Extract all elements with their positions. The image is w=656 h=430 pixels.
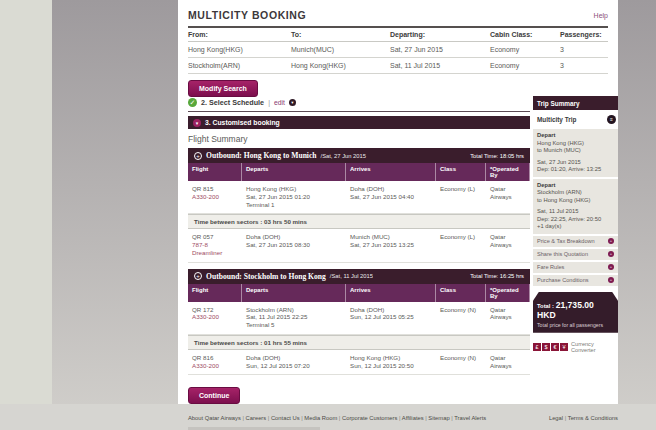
link-label: Purchase Conditions: [537, 277, 589, 283]
cell-from: Stockholm(ARN): [188, 58, 291, 74]
share-icon: +: [608, 251, 614, 257]
column-header-from: From:: [188, 28, 291, 42]
expand-icon: +: [608, 277, 614, 283]
departs-cell: Hong Kong (HKG) Sat, 27 Jun 2015 01:20 T…: [242, 181, 346, 214]
total-note: Total price for all passengers: [537, 322, 614, 328]
total-time: Total Time: 18:05 hrs: [470, 153, 524, 159]
cell-from: Hong Kong(HKG): [188, 42, 291, 58]
footer-link[interactable]: Legal: [549, 415, 568, 421]
check-icon: ✓: [188, 98, 197, 107]
column-header-cabin: Cabin Class:: [490, 28, 560, 42]
search-summary-row: Hong Kong(HKG) Munich(MUC) Sat, 27 Jun 2…: [188, 42, 608, 58]
currency-converter[interactable]: £ $ € ¥ Currency Converter: [533, 341, 618, 354]
segment-to: to Munich (MUC): [537, 147, 614, 155]
cell-departing: Sat, 11 Jul 2015: [390, 58, 490, 74]
arrives-cell: Doha (DOH) Sun, 12 Jul 2015 05:25: [346, 302, 436, 335]
segment-label: Depart: [537, 182, 614, 190]
page-title: MULTICITY BOOKING: [188, 9, 306, 21]
footer-link[interactable]: Contact Us: [271, 415, 304, 421]
arrives-cell: Hong Kong (HKG) Sun, 12 Jul 2015 20:50: [346, 350, 436, 376]
cell-cabin: Economy: [490, 42, 560, 58]
search-summary-row: Stockholm(ARN) Hong Kong(HKG) Sat, 11 Ju…: [188, 58, 608, 74]
arrives-cell: Doha (DOH) Sat, 27 Jun 2015 04:40: [346, 181, 436, 214]
footer: About Qatar Airways Careers Contact Us M…: [0, 404, 656, 430]
flight-number: QR 172: [192, 306, 213, 313]
step-select-schedule: ✓ 2. Select Schedule | edit ▾: [188, 98, 530, 112]
column-header-arrives: Arrives: [346, 284, 436, 302]
segment-label: Depart: [537, 132, 614, 140]
step-customised-booking-bar[interactable]: ▾ 3. Customised booking: [188, 116, 530, 129]
footer-link[interactable]: Media Room: [304, 415, 342, 421]
footer-link[interactable]: About Qatar Airways: [188, 415, 246, 421]
depart-datetime: Sat, 11 Jul 2015 22:25: [246, 313, 307, 320]
footer-link[interactable]: Sitemap: [428, 415, 454, 421]
column-header-departs: Departs: [242, 284, 346, 302]
depart-city: Stockholm (ARN): [246, 306, 294, 313]
trip-type-label: Multicity Trip: [537, 116, 576, 123]
purchase-conditions-link[interactable]: Purchase Conditions +: [533, 275, 618, 286]
cell-to: Munich(MUC): [291, 42, 390, 58]
segment-date: Sat, 11 Jul 2015: [537, 208, 614, 216]
flight-number: QR 057: [192, 233, 213, 240]
fare-rules-link[interactable]: Fare Rules +: [533, 262, 618, 273]
footer-legal-links: Legal Terms & Conditions: [549, 415, 618, 421]
operated-by-cell: Qatar Airways: [486, 302, 530, 335]
column-header-departs: Departs: [242, 163, 346, 181]
edit-trip-icon[interactable]: ≡: [607, 115, 616, 124]
step-label: 2. Select Schedule: [201, 98, 264, 107]
depart-city: Doha (DOH): [246, 233, 280, 240]
link-label: Price & Tax Breakdown: [537, 238, 595, 244]
depart-terminal: Terminal 5: [246, 321, 275, 328]
operated-by-cell: Qatar Airways: [486, 350, 530, 376]
footer-link[interactable]: Terms & Conditions: [568, 415, 618, 421]
arrive-datetime: Sun, 12 Jul 2015 05:25: [350, 313, 414, 320]
price-tax-breakdown-link[interactable]: Price & Tax Breakdown +: [533, 236, 618, 247]
expand-icon: +: [608, 238, 614, 244]
page-header: MULTICITY BOOKING Help: [188, 7, 608, 23]
edit-schedule-link[interactable]: edit: [274, 99, 285, 106]
footer-link[interactable]: Travel Alerts: [454, 415, 486, 421]
arrive-city: Hong Kong (HKG): [350, 354, 400, 361]
flight-table: Flight Departs Arrives Class *Operated B…: [188, 163, 530, 263]
step-label: 3. Customised booking: [205, 119, 280, 126]
time-between-sectors: Time between sectors : 01 hrs 55 mins: [188, 335, 530, 350]
link-label: Share this Quotation: [537, 251, 588, 257]
outbound-header-bar: + Outbound: Stockholm to Hong Kong /Sat,…: [188, 269, 530, 284]
class-cell: Economy (L): [436, 229, 486, 262]
share-quotation-link[interactable]: Share this Quotation +: [533, 249, 618, 260]
flight-number-cell: QR 816 A330-200: [188, 350, 242, 376]
departs-cell: Doha (DOH) Sat, 27 Jun 2015 08:30: [242, 229, 346, 262]
column-header-class: Class: [436, 163, 486, 181]
depart-city: Doha (DOH): [246, 354, 280, 361]
booking-steps-column: ✓ 2. Select Schedule | edit ▾ ▾ 3. Custo…: [188, 98, 530, 430]
pound-icon: £: [533, 343, 541, 351]
outbound-date: /Sat, 27 Jun 2015: [321, 153, 366, 159]
continue-button[interactable]: Continue: [188, 387, 240, 404]
footer-link[interactable]: Affiliates: [402, 415, 429, 421]
segment-times: Dep: 22:25, Arrive: 20:50: [537, 216, 614, 224]
flight-route-icon: +: [194, 152, 202, 160]
arrive-datetime: Sun, 12 Jul 2015 20:50: [350, 362, 414, 369]
help-link[interactable]: Help: [594, 12, 608, 19]
edit-toggle-icon[interactable]: ▾: [289, 99, 296, 106]
footer-link[interactable]: Careers: [246, 415, 271, 421]
arrive-city: Munich (MUC): [350, 233, 390, 240]
time-between-sectors: Time between sectors : 03 hrs 50 mins: [188, 214, 530, 229]
separator: |: [268, 99, 270, 106]
column-header-flight: Flight: [188, 284, 242, 302]
dollar-icon: $: [542, 343, 550, 351]
class-cell: Economy (L): [436, 181, 486, 214]
footer-link[interactable]: Corporate Customers: [342, 415, 402, 421]
flight-number: QR 816: [192, 354, 213, 361]
outbound-title: Outbound: Hong Kong to Munich: [206, 151, 317, 160]
search-summary-table: From: To: Departing: Cabin Class: Passen…: [188, 26, 608, 74]
segment-to: to Hong Kong (HKG): [537, 197, 614, 205]
modify-search-button[interactable]: Modify Search: [188, 80, 258, 97]
flight-section-hkg-muc: + Outbound: Hong Kong to Munich /Sat, 27…: [188, 148, 530, 263]
column-header-class: Class: [436, 284, 486, 302]
segment-from: Stockholm (ARN): [537, 189, 614, 197]
flight-route-icon: +: [194, 272, 202, 280]
depart-city: Hong Kong (HKG): [246, 185, 296, 192]
column-header-operated-by: *Operated By: [486, 284, 530, 302]
departs-cell: Doha (DOH) Sun, 12 Jul 2015 07:20: [242, 350, 346, 376]
